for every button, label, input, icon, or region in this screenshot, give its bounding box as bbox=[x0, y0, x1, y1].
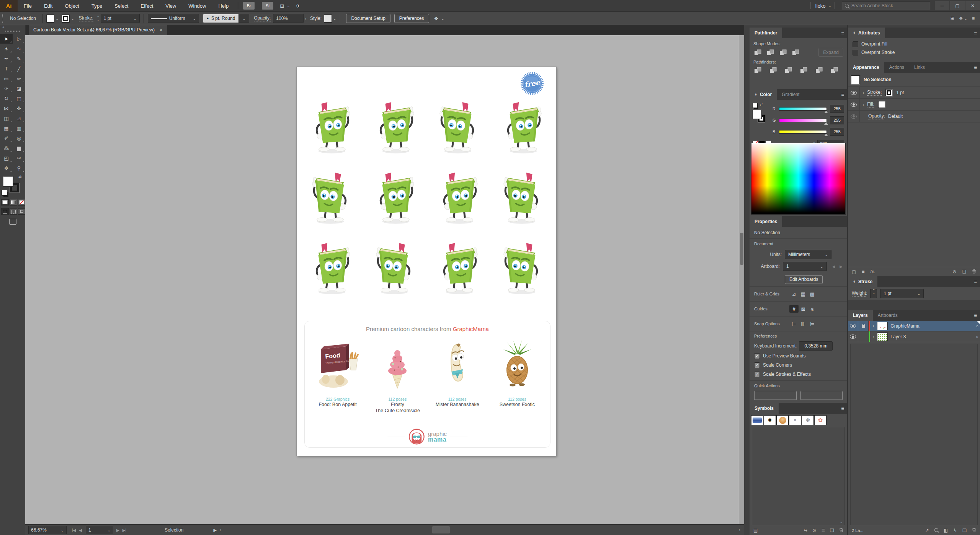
add-new-fill-icon[interactable]: ■ bbox=[862, 269, 864, 274]
layer-target-icon[interactable]: ○ bbox=[976, 324, 980, 328]
brush-definition-dropdown[interactable]: ● 5 pt. Round bbox=[203, 14, 239, 23]
stroke-weight-stepper[interactable]: ⌃ ⌄ bbox=[96, 16, 101, 21]
book-character[interactable] bbox=[500, 97, 545, 154]
panel-drag-handle[interactable] bbox=[2, 14, 3, 23]
book-character[interactable] bbox=[309, 238, 354, 295]
new-symbol-icon[interactable]: ❏ bbox=[830, 528, 834, 533]
tab-color[interactable]: ▲▼ Color bbox=[750, 89, 777, 100]
draw-normal-button[interactable] bbox=[1, 208, 9, 215]
gradient-tool[interactable]: ▥ bbox=[13, 123, 25, 133]
snap-to-grid-icon[interactable]: ⊢ bbox=[789, 320, 799, 328]
curvature-tool[interactable]: ✎ bbox=[13, 54, 25, 64]
previous-artboard-icon[interactable]: ◀ bbox=[832, 264, 835, 269]
quick-action-button[interactable] bbox=[800, 391, 843, 400]
new-layer-icon[interactable]: ❏ bbox=[962, 528, 967, 533]
transparency-grid-icon[interactable]: ▩ bbox=[808, 290, 817, 298]
artboard-tool[interactable]: ◰ bbox=[0, 153, 13, 163]
chevron-down-icon[interactable]: ⌄ bbox=[287, 4, 290, 8]
expand-row-icon[interactable]: › bbox=[863, 91, 864, 95]
duplicate-item-icon[interactable]: ❏ bbox=[962, 269, 966, 274]
menu-type[interactable]: Type bbox=[85, 0, 108, 11]
collect-for-export-icon[interactable]: ↗ bbox=[925, 528, 929, 533]
puppet-warp-tool[interactable]: ✜ bbox=[13, 103, 25, 113]
panel-menu-icon[interactable]: ≡ bbox=[974, 28, 977, 38]
scroll-left-icon[interactable]: ‹ bbox=[220, 527, 221, 533]
stock-search-input[interactable]: Search Adobe Stock bbox=[842, 2, 930, 10]
symbols-list-area[interactable]: ⌄ bbox=[752, 427, 845, 525]
use-preview-bounds-checkbox[interactable]: ✓ bbox=[754, 353, 760, 359]
expand-button[interactable]: Expand bbox=[818, 48, 843, 57]
product-food[interactable]: Food Themed Graphics Pack 222 Graphics F… bbox=[309, 336, 366, 414]
stroke-color-swatch[interactable] bbox=[885, 89, 892, 96]
change-screen-mode-button[interactable] bbox=[9, 219, 16, 225]
menu-edit[interactable]: Edit bbox=[38, 0, 59, 11]
zoom-level-dropdown[interactable]: 66,67% ⌄ bbox=[28, 526, 67, 534]
magic-wand-tool[interactable]: ✶ bbox=[0, 44, 13, 54]
panel-menu-icon[interactable]: ≡ bbox=[974, 310, 977, 321]
book-character[interactable] bbox=[500, 238, 545, 295]
expand-layer-icon[interactable]: › bbox=[873, 324, 874, 328]
stepper-down-icon[interactable]: ⌄ bbox=[96, 18, 101, 21]
visibility-toggle-icon[interactable] bbox=[851, 114, 857, 119]
clear-appearance-icon[interactable]: ⊘ bbox=[952, 269, 956, 274]
product-bananashake[interactable]: 112 poses Mister Bananashake bbox=[429, 336, 486, 414]
layer-visibility-icon[interactable] bbox=[850, 324, 856, 328]
column-graph-tool[interactable]: ▆ bbox=[13, 143, 25, 153]
tab-links[interactable]: Links bbox=[909, 62, 930, 73]
gpu-performance-icon[interactable]: ✈ bbox=[296, 3, 301, 9]
intersect-button[interactable] bbox=[779, 49, 788, 56]
color-button[interactable] bbox=[1, 199, 9, 206]
eraser-tool[interactable]: ◪ bbox=[13, 83, 25, 93]
delete-item-icon[interactable] bbox=[972, 269, 976, 275]
stock-button[interactable]: St bbox=[262, 2, 273, 10]
menu-effect[interactable]: Effect bbox=[134, 0, 159, 11]
artboard[interactable]: free Premium bbox=[297, 67, 556, 456]
document-setup-button[interactable]: Document Setup bbox=[346, 14, 390, 23]
visibility-toggle-icon[interactable] bbox=[851, 103, 857, 107]
menu-file[interactable]: File bbox=[18, 0, 38, 11]
panel-menu-icon[interactable]: ≡ bbox=[974, 62, 977, 73]
panel-menu-icon[interactable]: ≡ bbox=[974, 276, 977, 287]
units-dropdown[interactable]: Millimeters ⌄ bbox=[785, 250, 831, 259]
trim-button[interactable] bbox=[769, 66, 778, 74]
first-artboard-icon[interactable]: |◀ bbox=[72, 528, 76, 532]
shape-builder-tool[interactable]: ◫ bbox=[0, 113, 13, 123]
mini-fill-stroke-icon[interactable] bbox=[753, 103, 758, 108]
scale-tool[interactable]: ◳ bbox=[13, 93, 25, 103]
visibility-toggle-icon[interactable] bbox=[851, 91, 857, 95]
expand-row-icon[interactable]: › bbox=[863, 103, 864, 107]
chevron-down-icon[interactable]: ⌄ bbox=[56, 16, 59, 21]
tab-pathfinder[interactable]: Pathfinder bbox=[750, 28, 782, 38]
gradient-button[interactable] bbox=[10, 199, 17, 206]
snap-to-pixel-icon[interactable]: ⊪ bbox=[799, 320, 808, 328]
fill-proxy-swatch[interactable] bbox=[753, 110, 762, 119]
opacity-dropdown[interactable]: 100% bbox=[273, 14, 304, 23]
layer-visibility-icon[interactable] bbox=[850, 334, 856, 339]
new-sublayer-icon[interactable]: ↳ bbox=[953, 528, 957, 533]
weight-label[interactable]: Weight: bbox=[852, 290, 867, 297]
chevron-down-icon[interactable]: ⌄ bbox=[441, 16, 444, 21]
rectangle-tool[interactable]: ▭ bbox=[0, 73, 13, 83]
menu-select[interactable]: Select bbox=[108, 0, 134, 11]
symbol-orange-orb-swatch[interactable] bbox=[776, 415, 789, 425]
r-value-field[interactable]: 255 bbox=[830, 105, 844, 113]
product-sweetson[interactable]: 112 poses Sweetson Exotic bbox=[488, 336, 546, 414]
keyboard-increment-field[interactable]: 0,3528 mm bbox=[799, 341, 833, 351]
tab-properties[interactable]: Properties bbox=[750, 216, 782, 227]
fill-color-swatch[interactable] bbox=[878, 101, 885, 108]
book-character[interactable] bbox=[309, 97, 354, 154]
b-slider[interactable] bbox=[779, 130, 827, 134]
line-segment-tool[interactable]: ╱ bbox=[13, 64, 25, 73]
exclude-button[interactable] bbox=[791, 49, 800, 56]
grid-icon[interactable]: ▦ bbox=[799, 290, 808, 298]
chevron-down-icon[interactable]: ⌄ bbox=[71, 16, 74, 21]
quick-action-button[interactable] bbox=[754, 391, 797, 400]
color-spectrum[interactable] bbox=[751, 143, 846, 215]
next-artboard-icon[interactable]: ▶ bbox=[116, 528, 119, 532]
weight-stepper[interactable]: ⌃ ⌄ bbox=[870, 289, 877, 298]
next-artboard-icon[interactable]: ▶ bbox=[840, 264, 843, 269]
menu-window[interactable]: Window bbox=[182, 0, 212, 11]
snap-to-point-icon[interactable]: ⊨ bbox=[808, 320, 817, 328]
chevron-down-icon[interactable]: ⌄ bbox=[828, 4, 831, 8]
symbol-registration-swatch[interactable]: ⌖ bbox=[789, 415, 801, 425]
